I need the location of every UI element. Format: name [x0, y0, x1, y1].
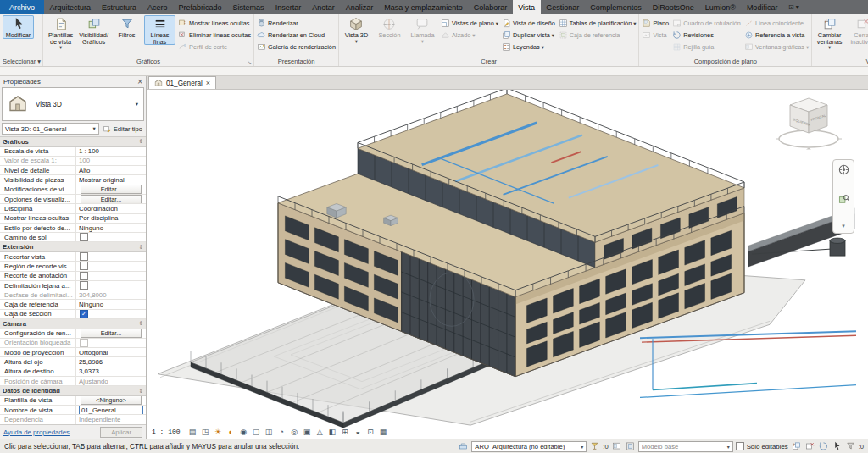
- ribbon-button-visibilidad-graficos[interactable]: Visibilidad/ Gráficos: [78, 15, 109, 45]
- ribbon-button-renderizar-en-cloud[interactable]: Renderizar en Cloud: [256, 30, 337, 41]
- reveal-constraints-icon[interactable]: ⊞: [340, 427, 351, 437]
- ribbon-tab-complementos[interactable]: Complementos: [585, 0, 648, 14]
- view-tab-01-general[interactable]: 01_General ×: [148, 76, 216, 89]
- view-selector[interactable]: Vista 3D: 01_General ▾: [2, 123, 99, 135]
- close-icon[interactable]: ×: [206, 79, 210, 87]
- ribbon-tab-lumion[interactable]: Lumion®: [699, 0, 741, 14]
- ribbon-button-renderizar[interactable]: Renderizar: [256, 18, 337, 29]
- show-crop-icon[interactable]: ◫: [264, 427, 275, 437]
- solo-editables-checkbox[interactable]: Sólo editables: [736, 442, 788, 450]
- section-header-extension[interactable]: Extensión⇕: [0, 242, 146, 252]
- ribbon-tab-acero[interactable]: Acero: [142, 0, 174, 14]
- section-header-camara[interactable]: Cámara⇕: [0, 319, 146, 329]
- checkbox-icon[interactable]: [80, 262, 88, 270]
- zoom-icon[interactable]: [837, 193, 850, 206]
- property-edit-button[interactable]: <Ninguno>: [81, 396, 142, 405]
- ribbon-button-vista-3d[interactable]: Vista 3D▾: [341, 15, 372, 44]
- design-option-select[interactable]: Modelo base ▾: [638, 441, 733, 452]
- ribbon-button-leyendas[interactable]: Leyendas▾: [501, 41, 556, 52]
- checkbox-icon[interactable]: [80, 281, 88, 290]
- editing-requests-icon[interactable]: [589, 441, 600, 451]
- ribbon-tab-analizar[interactable]: Analizar: [340, 0, 379, 14]
- displacement-icon[interactable]: ◧: [327, 427, 338, 437]
- detail-level-icon[interactable]: ▤: [187, 427, 198, 437]
- properties-help-link[interactable]: Ayuda de propiedades: [3, 428, 70, 436]
- property-value[interactable]: Por disciplina: [76, 214, 146, 223]
- selection-box-icon[interactable]: ▦: [378, 427, 389, 437]
- property-value[interactable]: Mostrar original: [76, 175, 146, 184]
- property-value[interactable]: 1 : 100: [76, 147, 146, 156]
- property-value[interactable]: Coordinación: [76, 204, 146, 213]
- viewcube[interactable]: IZQUIERDA FRONTAL: [771, 95, 846, 151]
- ribbon-button-modificar[interactable]: Modificar: [3, 15, 34, 39]
- viewer-icon[interactable]: ⊡: [365, 427, 376, 437]
- crop-view-icon[interactable]: ▢: [251, 427, 262, 437]
- property-value[interactable]: Ortogonal: [76, 348, 146, 356]
- property-value[interactable]: 3,0373: [76, 367, 146, 376]
- photographic-exposure-icon[interactable]: ◉: [238, 427, 249, 437]
- ribbon-button-tablas-de-planificacion[interactable]: Tablas de planificación▾: [558, 18, 637, 29]
- select-elements-icon[interactable]: [832, 441, 843, 451]
- active-workset-select[interactable]: ARQ_Arquitectura (no editable) ▾: [471, 441, 587, 452]
- exclude-options-icon[interactable]: [791, 441, 802, 451]
- property-value[interactable]: 25,8986: [76, 357, 146, 366]
- dialog-launcher-icon[interactable]: ↘: [248, 59, 252, 65]
- checkbox-icon[interactable]: ✓: [80, 310, 88, 318]
- ribbon-button-vistas-de-plano[interactable]: Vistas de plano▾: [440, 18, 499, 29]
- ribbon-tab-modificar[interactable]: Modificar: [741, 0, 783, 14]
- ribbon-button-cambiar-ventanas[interactable]: Cambiar ventanas▾: [814, 15, 845, 51]
- checkbox-icon[interactable]: [80, 233, 88, 241]
- property-edit-button[interactable]: Editar...: [81, 185, 142, 194]
- ribbon-button-revisiones[interactable]: Revisiones: [671, 30, 742, 41]
- ribbon-button-plantillas-de-vista[interactable]: Plantillas de vista▾: [45, 15, 76, 51]
- temporary-view-properties-icon[interactable]: ▣: [302, 427, 313, 437]
- shadows-icon[interactable]: ◐: [225, 427, 236, 437]
- temporary-hide-icon[interactable]: ◔: [276, 427, 287, 437]
- ribbon-tab-masa-y-emplazamiento[interactable]: Masa y emplazamiento: [379, 0, 469, 14]
- checkbox-icon[interactable]: [80, 252, 88, 261]
- chevron-down-icon[interactable]: ▾: [842, 223, 845, 229]
- ribbon-tab-colaborar[interactable]: Colaborar: [468, 0, 513, 14]
- ribbon-tab-dirootsone[interactable]: DiRootsOne: [647, 0, 699, 14]
- sun-path-icon[interactable]: ☀: [213, 427, 224, 437]
- property-text-input[interactable]: 01_General: [79, 406, 143, 414]
- worksharing-display-icon[interactable]: [611, 441, 622, 451]
- type-selector[interactable]: Vista 3D ▾: [2, 87, 144, 121]
- ribbon-button-galeria-de-renderizacion[interactable]: Galería de renderización: [256, 41, 337, 52]
- property-edit-button[interactable]: Editar...: [81, 329, 142, 338]
- ribbon-button-lineas-finas[interactable]: Líneas finas: [144, 15, 175, 45]
- ribbon-button-referencia-a-vista[interactable]: Referencia a vista: [743, 30, 810, 41]
- ribbon-tab-insertar[interactable]: Insertar: [270, 0, 307, 14]
- ribbon-tab-sistemas[interactable]: Sistemas: [227, 0, 270, 14]
- ribbon-tab-estructura[interactable]: Estructura: [97, 0, 142, 14]
- reveal-hidden-icon[interactable]: ◎: [289, 427, 300, 437]
- ribbon-button-filtros[interactable]: Filtros: [111, 15, 142, 39]
- worksharing-display-icon[interactable]: ◒: [353, 427, 364, 437]
- ribbon-button-plano[interactable]: Plano: [641, 18, 670, 29]
- ribbon-button-mostrar-lineas-ocultas[interactable]: Mostrar líneas ocultas: [177, 18, 252, 29]
- ribbon-tab-vista[interactable]: Vista: [513, 0, 541, 14]
- section-header-datos-de-identidad[interactable]: Datos de identidad⇕: [0, 386, 146, 396]
- file-tab-archivo[interactable]: Archivo: [0, 0, 44, 14]
- property-value[interactable]: Ninguno: [76, 300, 146, 308]
- ribbon-tab-prefabricado[interactable]: Prefabricado: [173, 0, 227, 14]
- visual-style-icon[interactable]: ◳: [200, 427, 211, 437]
- ribbon-button-eliminar-lineas-ocultas[interactable]: Eliminar líneas ocultas: [177, 30, 252, 41]
- edit-type-button[interactable]: Editar tipo: [101, 123, 144, 135]
- building-model-3d[interactable]: [147, 90, 868, 439]
- tab-overflow-button[interactable]: ⊡ ▾: [783, 0, 804, 14]
- ribbon-tab-gestionar[interactable]: Gestionar: [541, 0, 585, 14]
- analytical-model-icon[interactable]: △: [314, 427, 326, 437]
- property-value[interactable]: Ninguno: [76, 224, 146, 232]
- steering-wheel-icon[interactable]: [837, 163, 850, 176]
- checkbox-icon[interactable]: [80, 272, 88, 280]
- section-header-graficos[interactable]: Gráficos⇕: [0, 137, 146, 147]
- scale-indicator[interactable]: 1 : 100: [152, 428, 181, 435]
- ribbon-tab-arquitectura[interactable]: Arquitectura: [44, 0, 97, 14]
- close-icon[interactable]: ×: [137, 78, 142, 86]
- design-options-icon[interactable]: [625, 441, 636, 451]
- ribbon-tab-anotar[interactable]: Anotar: [307, 0, 341, 14]
- worksets-icon[interactable]: [458, 441, 469, 451]
- model-viewport[interactable]: IZQUIERDA FRONTAL ▾ 1 : 100 ▤◳☀◐◉▢◫◔◎▣△◧…: [147, 90, 868, 439]
- property-value[interactable]: Alto: [76, 166, 146, 174]
